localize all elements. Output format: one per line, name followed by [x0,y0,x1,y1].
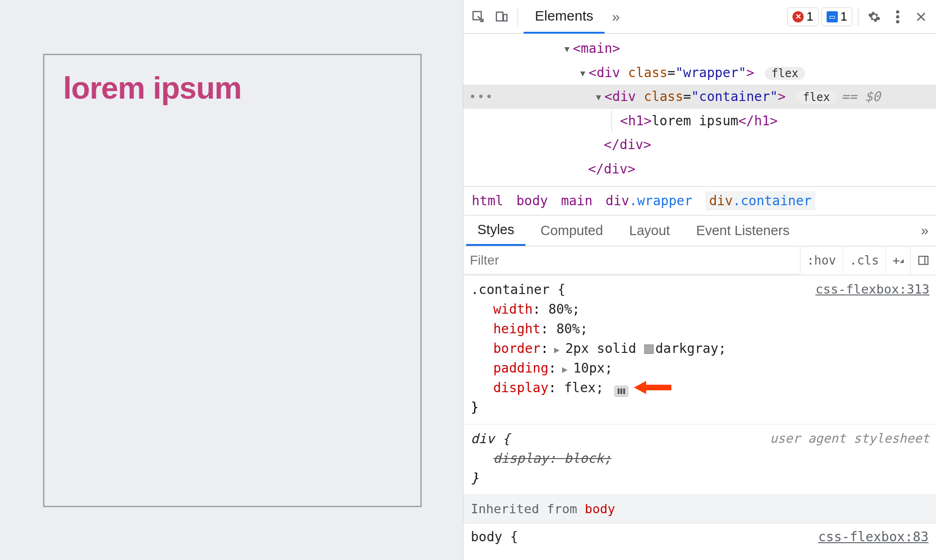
dom-node-container[interactable]: ••• ▼<div class="container"> flex== $0 [463,85,936,109]
rule-source-link[interactable]: css-flexbox:83 [818,527,929,547]
decl-padding[interactable]: padding: ▶ 10px; [471,359,929,378]
dom-node-h1[interactable]: <h1>lorem ipsum</h1> [463,109,936,133]
chevron-down-icon[interactable]: ▼ [564,42,573,57]
rule-selector[interactable]: body { [471,527,518,547]
kebab-icon[interactable] [887,7,908,27]
more-tabs-icon[interactable]: » [916,215,933,246]
styles-filter-row: :hov .cls +◢ [463,246,936,275]
dom-node-main[interactable]: ▼<main> [463,36,936,61]
tab-elements[interactable]: Elements [524,0,605,34]
svg-point-4 [896,15,900,18]
page-heading: lorem ipsum [63,70,402,106]
tab-computed[interactable]: Computed [529,215,614,246]
decl-display-overridden[interactable]: display: block; [471,449,929,468]
rule-container[interactable]: .container { css-flexbox:313 width: 80%;… [463,275,936,424]
flex-badge[interactable]: flex [765,67,805,80]
toggle-sidebar-icon[interactable] [910,246,936,274]
dom-close-container[interactable]: </div> [463,133,936,157]
errors-count: 1 [806,9,813,24]
separator [858,7,858,26]
cls-button[interactable]: .cls [842,246,886,274]
add-rule-button[interactable]: +◢ [886,246,910,274]
annotation-arrow-icon [634,379,671,396]
svg-rect-1 [497,12,503,21]
container-box: lorem ipsum [43,54,422,507]
svg-point-5 [896,20,900,23]
rule-source-ua: user agent stylesheet [770,429,929,448]
inherited-from-band: Inherited from body [463,495,936,524]
dom-node-wrapper[interactable]: ▼<div class="wrapper"> flex [463,61,936,85]
svg-point-3 [896,10,900,14]
message-icon: ▭ [827,11,838,22]
dom-close-wrapper[interactable]: </div> [463,157,936,181]
errors-badge[interactable]: ✕ 1 [787,7,818,26]
messages-count: 1 [841,9,847,24]
tab-layout[interactable]: Layout [618,215,681,246]
crumb-main[interactable]: main [561,193,592,208]
tab-event-listeners[interactable]: Event Listeners [685,215,801,246]
svg-marker-8 [634,381,671,394]
hov-button[interactable]: :hov [800,246,843,274]
flex-badge[interactable]: flex [796,91,836,104]
messages-badge[interactable]: ▭ 1 [821,7,852,26]
device-toggle-icon[interactable] [491,7,512,27]
console-ref: == $0 [841,89,880,104]
close-icon[interactable] [911,7,931,27]
svg-rect-2 [504,14,507,21]
separator [518,7,518,26]
app-root: lorem ipsum Elements » ✕ 1 ▭ 1 [0,0,936,560]
crumb-container[interactable]: div.container [706,191,815,210]
crumb-wrapper[interactable]: div.wrapper [605,193,692,208]
styles-pane: .container { css-flexbox:313 width: 80%;… [463,275,936,560]
ellipsis-icon[interactable]: ••• [469,86,494,107]
decl-height[interactable]: height: 80%; [471,319,929,339]
chevron-down-icon[interactable]: ▼ [596,90,605,105]
rule-div-ua[interactable]: div { user agent stylesheet display: blo… [463,424,936,495]
decl-border[interactable]: border: ▶ 2px solid darkgray; [471,339,929,359]
rule-close: } [471,398,929,417]
devtools-panel: Elements » ✕ 1 ▭ 1 [463,0,936,560]
dom-tree[interactable]: ▼<main> ▼<div class="wrapper"> flex ••• … [463,34,936,186]
decl-display[interactable]: display: flex; [471,378,929,398]
decl-width[interactable]: width: 80%; [471,300,929,319]
devtools-toolbar: Elements » ✕ 1 ▭ 1 [463,0,936,34]
error-icon: ✕ [792,11,804,22]
styles-tabbar: Styles Computed Layout Event Listeners » [463,215,936,246]
chevron-right-icon[interactable]: ▶ [548,344,565,355]
styles-filter-input[interactable] [463,246,800,274]
gear-icon[interactable] [864,7,885,27]
svg-rect-6 [919,256,928,264]
crumb-body[interactable]: body [516,193,547,208]
tab-styles[interactable]: Styles [466,215,526,246]
inspect-icon[interactable] [468,7,489,27]
rule-source-link[interactable]: css-flexbox:313 [815,280,929,299]
dom-breadcrumbs: html body main div.wrapper div.container [463,186,936,215]
crumb-html[interactable]: html [472,193,503,208]
chevron-down-icon[interactable]: ▼ [580,66,589,81]
more-tabs-icon[interactable]: » [607,0,625,34]
color-swatch-darkgray[interactable] [644,345,654,354]
rule-close: } [471,468,929,488]
flex-editor-icon[interactable] [614,386,628,397]
rule-body-peek[interactable]: body { css-flexbox:83 [463,524,936,547]
chevron-right-icon[interactable]: ▶ [556,364,573,375]
page-viewport: lorem ipsum [0,0,463,560]
